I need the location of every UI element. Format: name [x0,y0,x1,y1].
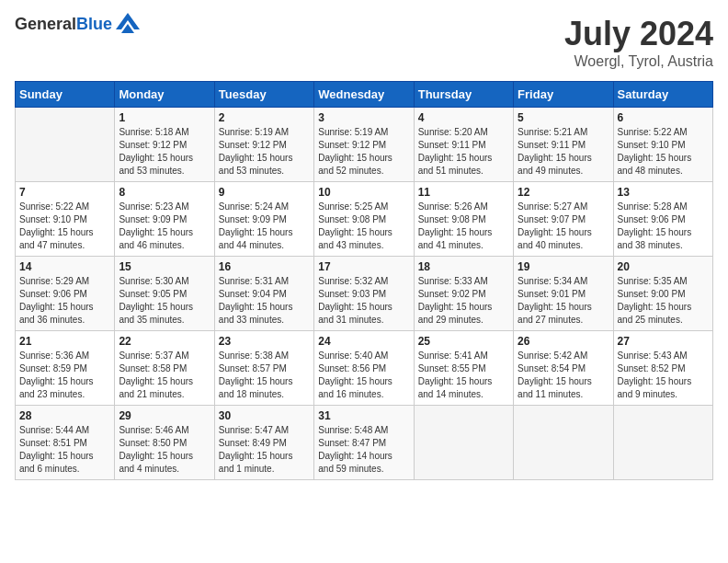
day-info: Sunrise: 5:44 AM Sunset: 8:51 PM Dayligh… [19,424,110,476]
day-number: 26 [518,335,609,348]
day-number: 27 [618,335,709,348]
day-info: Sunrise: 5:48 AM Sunset: 8:47 PM Dayligh… [318,424,409,476]
day-info: Sunrise: 5:31 AM Sunset: 9:04 PM Dayligh… [219,275,310,327]
day-info: Sunrise: 5:36 AM Sunset: 8:59 PM Dayligh… [19,350,110,401]
day-number: 4 [418,111,509,124]
weekday-header-monday: Monday [115,82,214,108]
day-info: Sunrise: 5:34 AM Sunset: 9:01 PM Dayligh… [518,275,609,327]
calendar-cell: 1Sunrise: 5:18 AM Sunset: 9:12 PM Daylig… [115,108,214,182]
calendar-cell: 16Sunrise: 5:31 AM Sunset: 9:04 PM Dayli… [214,257,313,331]
calendar-cell: 9Sunrise: 5:24 AM Sunset: 9:09 PM Daylig… [214,182,313,257]
header: GeneralBlue July 2024 Woergl, Tyrol, Aus… [15,15,713,70]
weekday-header-thursday: Thursday [414,82,513,108]
day-number: 31 [318,409,409,422]
calendar-table: SundayMondayTuesdayWednesdayThursdayFrid… [15,81,713,480]
day-number: 19 [518,260,609,273]
day-info: Sunrise: 5:19 AM Sunset: 9:12 PM Dayligh… [318,126,409,178]
calendar-cell: 24Sunrise: 5:40 AM Sunset: 8:56 PM Dayli… [314,331,414,406]
day-number: 3 [318,111,409,124]
calendar-cell: 6Sunrise: 5:22 AM Sunset: 9:10 PM Daylig… [613,108,712,182]
calendar-cell: 11Sunrise: 5:26 AM Sunset: 9:08 PM Dayli… [414,182,513,257]
weekday-header-friday: Friday [514,82,613,108]
day-info: Sunrise: 5:18 AM Sunset: 9:12 PM Dayligh… [119,126,210,178]
location-title: Woergl, Tyrol, Austria [564,53,713,70]
day-number: 28 [19,409,110,422]
title-section: July 2024 Woergl, Tyrol, Austria [564,15,713,70]
calendar-cell: 31Sunrise: 5:48 AM Sunset: 8:47 PM Dayli… [314,406,414,480]
calendar-cell: 20Sunrise: 5:35 AM Sunset: 9:00 PM Dayli… [613,257,712,331]
day-info: Sunrise: 5:22 AM Sunset: 9:10 PM Dayligh… [19,201,110,252]
day-number: 18 [418,260,509,273]
day-number: 13 [618,186,709,199]
day-info: Sunrise: 5:43 AM Sunset: 8:52 PM Dayligh… [618,350,709,401]
weekday-header-tuesday: Tuesday [214,82,313,108]
calendar-week-4: 21Sunrise: 5:36 AM Sunset: 8:59 PM Dayli… [16,331,713,406]
day-info: Sunrise: 5:41 AM Sunset: 8:55 PM Dayligh… [418,350,509,401]
day-info: Sunrise: 5:47 AM Sunset: 8:49 PM Dayligh… [219,424,310,476]
logo-blue-text: Blue [76,15,112,33]
day-info: Sunrise: 5:42 AM Sunset: 8:54 PM Dayligh… [518,350,609,401]
day-number: 20 [618,260,709,273]
day-info: Sunrise: 5:29 AM Sunset: 9:06 PM Dayligh… [19,275,110,327]
day-info: Sunrise: 5:22 AM Sunset: 9:10 PM Dayligh… [618,126,709,178]
calendar-cell: 26Sunrise: 5:42 AM Sunset: 8:54 PM Dayli… [514,331,613,406]
day-info: Sunrise: 5:25 AM Sunset: 9:08 PM Dayligh… [318,201,409,252]
day-number: 5 [518,111,609,124]
day-info: Sunrise: 5:27 AM Sunset: 9:07 PM Dayligh… [518,201,609,252]
weekday-header-saturday: Saturday [613,82,712,108]
day-info: Sunrise: 5:33 AM Sunset: 9:02 PM Dayligh… [418,275,509,327]
calendar-cell [16,108,115,182]
calendar-week-3: 14Sunrise: 5:29 AM Sunset: 9:06 PM Dayli… [16,257,713,331]
calendar-cell: 17Sunrise: 5:32 AM Sunset: 9:03 PM Dayli… [314,257,414,331]
weekday-header-sunday: Sunday [16,82,115,108]
day-number: 1 [119,111,210,124]
calendar-cell [514,406,613,480]
calendar-cell: 27Sunrise: 5:43 AM Sunset: 8:52 PM Dayli… [613,331,712,406]
day-number: 10 [318,186,409,199]
calendar-cell: 23Sunrise: 5:38 AM Sunset: 8:57 PM Dayli… [214,331,313,406]
day-info: Sunrise: 5:20 AM Sunset: 9:11 PM Dayligh… [418,126,509,178]
day-info: Sunrise: 5:19 AM Sunset: 9:12 PM Dayligh… [219,126,310,178]
day-number: 29 [119,409,210,422]
day-number: 6 [618,111,709,124]
day-number: 21 [19,335,110,348]
day-number: 15 [119,260,210,273]
calendar-cell: 19Sunrise: 5:34 AM Sunset: 9:01 PM Dayli… [514,257,613,331]
month-title: July 2024 [564,15,713,53]
day-number: 9 [219,186,310,199]
day-info: Sunrise: 5:35 AM Sunset: 9:00 PM Dayligh… [618,275,709,327]
day-info: Sunrise: 5:28 AM Sunset: 9:06 PM Dayligh… [618,201,709,252]
day-number: 24 [318,335,409,348]
logo: GeneralBlue [15,15,112,34]
day-number: 2 [219,111,310,124]
day-info: Sunrise: 5:38 AM Sunset: 8:57 PM Dayligh… [219,350,310,401]
calendar-cell: 25Sunrise: 5:41 AM Sunset: 8:55 PM Dayli… [414,331,513,406]
calendar-cell: 22Sunrise: 5:37 AM Sunset: 8:58 PM Dayli… [115,331,214,406]
day-number: 25 [418,335,509,348]
calendar-cell: 29Sunrise: 5:46 AM Sunset: 8:50 PM Dayli… [115,406,214,480]
calendar-week-2: 7Sunrise: 5:22 AM Sunset: 9:10 PM Daylig… [16,182,713,257]
calendar-cell: 7Sunrise: 5:22 AM Sunset: 9:10 PM Daylig… [16,182,115,257]
calendar-cell: 12Sunrise: 5:27 AM Sunset: 9:07 PM Dayli… [514,182,613,257]
day-info: Sunrise: 5:26 AM Sunset: 9:08 PM Dayligh… [418,201,509,252]
calendar-cell: 18Sunrise: 5:33 AM Sunset: 9:02 PM Dayli… [414,257,513,331]
calendar-cell: 4Sunrise: 5:20 AM Sunset: 9:11 PM Daylig… [414,108,513,182]
day-info: Sunrise: 5:23 AM Sunset: 9:09 PM Dayligh… [119,201,210,252]
day-number: 7 [19,186,110,199]
calendar-cell: 10Sunrise: 5:25 AM Sunset: 9:08 PM Dayli… [314,182,414,257]
calendar-cell: 8Sunrise: 5:23 AM Sunset: 9:09 PM Daylig… [115,182,214,257]
day-info: Sunrise: 5:40 AM Sunset: 8:56 PM Dayligh… [318,350,409,401]
calendar-cell: 3Sunrise: 5:19 AM Sunset: 9:12 PM Daylig… [314,108,414,182]
calendar-cell: 2Sunrise: 5:19 AM Sunset: 9:12 PM Daylig… [214,108,313,182]
day-info: Sunrise: 5:32 AM Sunset: 9:03 PM Dayligh… [318,275,409,327]
day-number: 22 [119,335,210,348]
logo-icon [116,13,140,33]
day-number: 12 [518,186,609,199]
calendar-week-1: 1Sunrise: 5:18 AM Sunset: 9:12 PM Daylig… [16,108,713,182]
day-number: 11 [418,186,509,199]
logo-general-text: General [15,15,76,33]
calendar-cell [613,406,712,480]
calendar-cell: 13Sunrise: 5:28 AM Sunset: 9:06 PM Dayli… [613,182,712,257]
calendar-cell: 28Sunrise: 5:44 AM Sunset: 8:51 PM Dayli… [16,406,115,480]
day-number: 16 [219,260,310,273]
